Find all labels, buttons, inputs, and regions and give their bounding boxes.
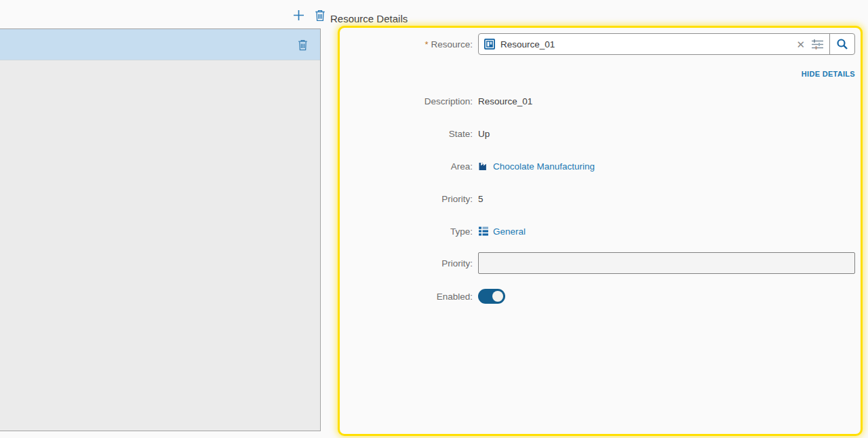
priority-row: Priority: 5: [340, 192, 855, 205]
page-title: Resource Details: [330, 13, 408, 24]
area-label: Area:: [340, 161, 473, 172]
list-header: [0, 29, 320, 60]
area-link[interactable]: Chocolate Manufacturing: [478, 161, 595, 172]
plus-icon: [292, 9, 305, 22]
description-value: Resource_01: [478, 96, 532, 106]
resource-combobox[interactable]: Resource_01 ✕: [478, 33, 855, 55]
list-delete-button[interactable]: [296, 38, 309, 52]
close-icon: ✕: [796, 39, 805, 50]
hide-details-row: HIDE DETAILS: [340, 68, 855, 79]
resource-field-row: *Resource: Resource_01 ✕: [340, 33, 855, 55]
toggle-knob: [492, 291, 503, 302]
hide-details-link[interactable]: HIDE DETAILS: [802, 70, 855, 78]
type-row: Type: General: [340, 224, 855, 238]
enabled-label: Enabled:: [340, 292, 473, 302]
type-label: Type:: [340, 226, 473, 237]
delete-button[interactable]: [313, 7, 328, 22]
resource-details-panel: *Resource: Resource_01 ✕: [338, 26, 863, 436]
description-label: Description:: [340, 96, 473, 106]
trash-icon: [314, 9, 326, 22]
list-body: [0, 60, 320, 431]
clear-button[interactable]: ✕: [791, 39, 810, 49]
add-button[interactable]: [291, 7, 306, 22]
trash-icon: [297, 39, 309, 51]
enabled-toggle[interactable]: [478, 289, 505, 304]
search-icon: [836, 38, 848, 50]
priority-label: Priority:: [340, 194, 473, 204]
state-label: State:: [340, 129, 473, 139]
resource-icon: [484, 39, 495, 49]
type-link[interactable]: General: [478, 226, 526, 237]
description-row: Description: Resource_01: [340, 94, 855, 108]
state-row: State: Up: [340, 127, 855, 140]
area-row: Area: Chocolate Manufacturing: [340, 159, 855, 173]
enabled-row: Enabled:: [340, 289, 855, 304]
search-button[interactable]: [830, 34, 854, 54]
filter-button[interactable]: [810, 39, 829, 50]
list-icon: [478, 226, 489, 237]
resource-list-panel: [0, 28, 321, 431]
resource-label: *Resource:: [340, 39, 473, 49]
priority-input[interactable]: [478, 252, 855, 274]
sliders-icon: [811, 39, 824, 50]
state-value: Up: [478, 129, 490, 139]
factory-icon: [478, 161, 489, 172]
priority-value: 5: [478, 194, 484, 204]
priority-input-row: Priority:: [340, 252, 855, 274]
required-marker: *: [425, 39, 428, 49]
priority-input-label: Priority:: [340, 258, 473, 268]
resource-combobox-value: Resource_01: [500, 39, 555, 49]
